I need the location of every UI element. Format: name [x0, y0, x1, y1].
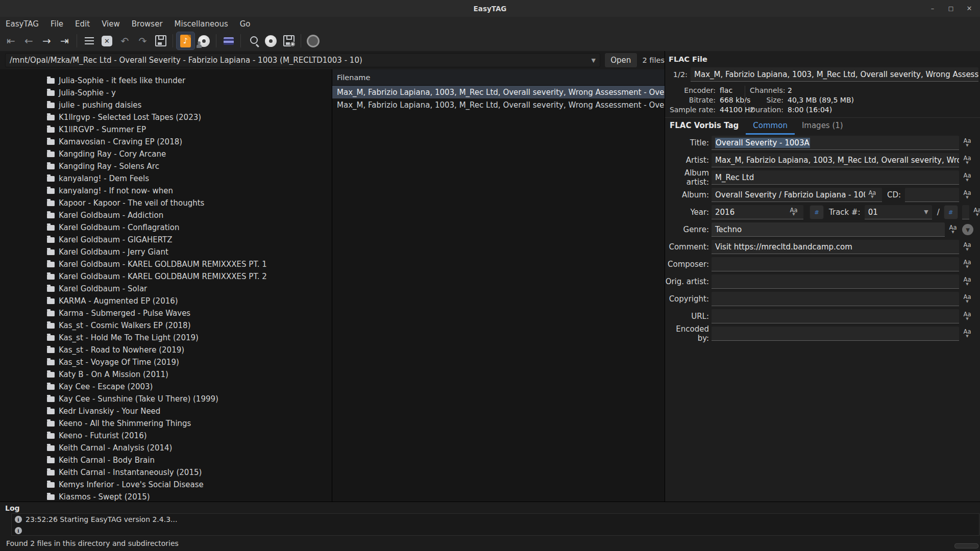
stop-button[interactable] [304, 32, 322, 49]
album-artist-input[interactable]: M_Rec Ltd [712, 170, 959, 185]
tree-item[interactable]: Julia-Sophie - y [0, 87, 332, 99]
title-input[interactable]: Overall Severity - 1003A [712, 136, 959, 150]
tree-item[interactable]: Kay Cee - Sunshine (Take U There) (1999) [0, 393, 332, 405]
file-row[interactable]: Max_M, Fabrizio Lapiana, 1003, M_Rec Ltd… [332, 86, 665, 98]
tree-item[interactable]: julie - pushing daisies [0, 99, 332, 111]
tree-item[interactable]: Keith Carnal - Body Brain [0, 454, 332, 466]
apply-album-artist-to-all-button[interactable]: Aa▼ [961, 173, 973, 182]
next-file-button[interactable]: → [38, 32, 56, 49]
unselect-all-button[interactable]: ✕ [98, 32, 116, 49]
tree-item[interactable]: Kiasmos - Swept (2015) [0, 491, 332, 502]
filename-column-header[interactable]: Filename [332, 69, 665, 86]
apply-orig-artist-to-all-button[interactable]: Aa▼ [961, 277, 973, 286]
menu-item-miscellaneous[interactable]: Miscellaneous [174, 18, 229, 30]
apply-cd-to-all-button[interactable]: Aa▼ [961, 190, 973, 199]
tree-item[interactable]: Kangding Ray - Solens Arc [0, 160, 332, 172]
number-total-tracks-button[interactable]: # [944, 205, 958, 219]
previous-file-button[interactable]: ← [20, 32, 38, 49]
apply-year-to-all-button[interactable]: Aa▼ [788, 208, 800, 217]
tree-item[interactable]: Karel Goldbaum - Conflagration [0, 221, 332, 234]
menu-item-browser[interactable]: Browser [131, 18, 163, 30]
apply-artist-to-all-button[interactable]: Aa▼ [961, 156, 973, 165]
tree-item[interactable]: Kas_st - Voyage Of Time (2019) [0, 356, 332, 368]
file-row[interactable]: Max_M, Fabrizio Lapiana, 1003, M_Rec Ltd… [332, 98, 665, 111]
menu-item-easytag[interactable]: EasyTAG [5, 18, 39, 30]
log-entry[interactable]: i23:52:26 Starting EasyTAG version 2.4.3… [12, 514, 979, 525]
cd-input[interactable] [905, 188, 959, 202]
tree-item[interactable]: Kas_st - Hold Me To The Light (2019) [0, 332, 332, 344]
genre-input[interactable]: Techno [712, 222, 945, 237]
apply-track-to-all-button[interactable]: Aa▼ [971, 208, 980, 217]
save-files-button[interactable] [152, 32, 169, 49]
artist-input[interactable]: Max_M, Fabrizio Lapiana, 1003, M_Rec Ltd… [712, 153, 959, 167]
undo-button[interactable]: ↶ [116, 32, 134, 49]
track-total-input[interactable] [962, 205, 969, 219]
first-file-button[interactable]: ⇤ [2, 32, 20, 49]
comment-input[interactable]: Visit https://mrecltd.bandcamp.com [712, 240, 959, 254]
minimize-button[interactable]: – [926, 2, 939, 15]
apply-genre-to-all-button[interactable]: Aa▼ [947, 225, 959, 234]
tree-item[interactable]: Keith Carnal - Analysis (2014) [0, 442, 332, 454]
invert-selection-button[interactable] [219, 32, 237, 49]
tree-item[interactable]: Kamavosian - Craving EP (2018) [0, 136, 332, 148]
directory-path-combo[interactable]: /mnt/Opal/Mzka/M_Rec Ltd - Overall Sever… [5, 53, 600, 67]
tree-item[interactable]: Julia-Sophie - it feels like thunder [0, 74, 332, 87]
tree-item[interactable]: Kay Cee - Escape (2003) [0, 381, 332, 393]
apply-composer-to-all-button[interactable]: Aa▼ [961, 260, 973, 269]
tree-item[interactable]: Karel Goldbaum - KAREL GOLDBAUM REMIXXXE… [0, 258, 332, 270]
tree-item[interactable]: Karma - Submerged - Pulse Waves [0, 307, 332, 319]
chevron-down-icon[interactable]: ▼ [592, 57, 596, 64]
tree-item[interactable]: Katy B - On A Mission (2011) [0, 368, 332, 381]
search-button[interactable] [244, 32, 262, 49]
chevron-down-icon[interactable]: ▼ [924, 209, 928, 215]
apply-album-to-all-button[interactable]: Aa▼ [866, 190, 878, 199]
year-input[interactable]: 2016Aa▼ [712, 205, 803, 219]
tree-item[interactable]: Karel Goldbaum - KAREL GOLDBAUM REMIXXXE… [0, 270, 332, 283]
tree-item[interactable]: Kas_st - Cosmic Walkers EP (2018) [0, 319, 332, 332]
tree-item[interactable]: Karel Goldbaum - Jerry Giant [0, 246, 332, 258]
tree-item[interactable]: Keith Carnal - Instantaneously (2015) [0, 466, 332, 479]
tree-item[interactable]: Karel Goldbaum - GIGAHERTZ [0, 234, 332, 246]
last-file-button[interactable]: ⇥ [56, 32, 74, 49]
menu-item-edit[interactable]: Edit [75, 18, 90, 30]
apply-comment-to-all-button[interactable]: Aa▼ [961, 242, 973, 252]
close-button[interactable]: ✕ [963, 2, 976, 15]
tab-images[interactable]: Images (1) [795, 118, 850, 135]
composer-input[interactable] [712, 257, 959, 271]
cddb-search-button[interactable] [262, 32, 280, 49]
tree-item[interactable]: Kemys Inferior - Love's Social Disease [0, 479, 332, 491]
apply-copyright-to-all-button[interactable]: Aa▼ [961, 294, 973, 304]
apply-url-to-all-button[interactable]: Aa▼ [961, 312, 973, 321]
tree-item[interactable]: kanyalang! - Dem Feels [0, 172, 332, 185]
tree-item[interactable]: KARMA - Augmented EP (2016) [0, 295, 332, 307]
number-tracks-button[interactable]: # [810, 205, 824, 219]
tab-flac-vorbis-tag[interactable]: FLAC Vorbis Tag [666, 118, 746, 135]
tree-item[interactable]: Karel Goldbaum - Addiction [0, 209, 332, 221]
tree-item[interactable]: Kedr Livanskiy - Your Need [0, 405, 332, 417]
tree-item[interactable]: K1llrgvp - Selected Lost Tapes (2023) [0, 111, 332, 123]
tree-view-button[interactable]: ♪ [176, 32, 195, 50]
open-button[interactable]: Open [604, 53, 637, 68]
write-playlist-button[interactable] [280, 32, 298, 49]
tree-item[interactable]: Keeno - Futurist (2016) [0, 430, 332, 442]
menu-item-file[interactable]: File [50, 18, 64, 30]
genre-dropdown-button[interactable]: ▼ [962, 224, 973, 235]
album-input[interactable]: Overall Severity / Fabrizio Lapiana - 10… [712, 188, 882, 202]
tree-item[interactable]: Keeno - All the Shimmering Things [0, 417, 332, 430]
tree-item[interactable]: kanyalang! - If not now- when [0, 185, 332, 197]
encoded-by-input[interactable] [712, 327, 959, 341]
url-input[interactable] [712, 309, 959, 323]
log-entry[interactable]: i [12, 525, 979, 536]
tree-item[interactable]: Kapoor - Kapoor - The veil of thoughts [0, 197, 332, 209]
tree-item[interactable]: Kas_st - Road to Nowhere (2019) [0, 344, 332, 356]
apply-title-to-all-button[interactable]: Aa▼ [961, 138, 973, 147]
orig-artist-input[interactable] [712, 274, 959, 289]
select-all-button[interactable] [80, 32, 98, 49]
filename-field[interactable]: Max_M, Fabrizio Lapiana, 1003, M_Rec Ltd… [691, 67, 978, 82]
apply-encoded-by-to-all-button[interactable]: Aa▼ [961, 329, 973, 338]
copyright-input[interactable] [712, 292, 959, 306]
track-input[interactable]: 01▼ [865, 205, 932, 219]
tree-item[interactable]: Kangding Ray - Cory Arcane [0, 148, 332, 160]
tree-item[interactable]: Karel Goldbaum - Solar [0, 283, 332, 295]
tree-item[interactable]: K1llRGVP - Summer EP [0, 123, 332, 136]
